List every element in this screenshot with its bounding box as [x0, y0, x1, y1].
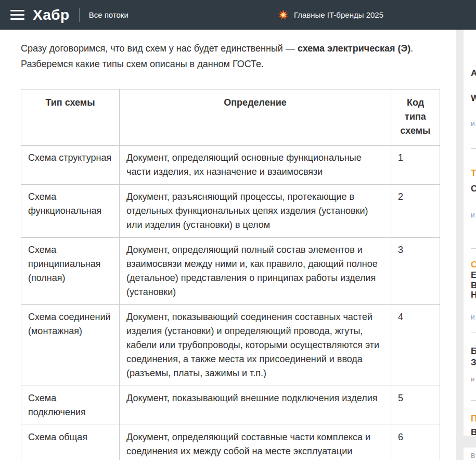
- sidebar-text-fragment: В: [471, 427, 476, 436]
- sidebar-text-fragment: и: [471, 119, 475, 127]
- sidebar-text-fragment: Н: [471, 290, 476, 300]
- cell-definition: Документ, определяющий полный состав эле…: [120, 238, 391, 305]
- table-row: Схема общая Документ, определяющий соста…: [21, 425, 440, 460]
- nav-all-streams-link[interactable]: Все потоки: [89, 10, 128, 19]
- sidebar-text-fragment: Б: [471, 346, 476, 356]
- cell-code: 6: [391, 425, 440, 460]
- cell-definition: Документ, определяющий основные функцион…: [120, 146, 391, 185]
- col-header-definition: Определение: [120, 90, 391, 146]
- cell-type: Схема принципиальная (полная): [21, 238, 120, 305]
- col-header-type: Тип схемы: [21, 90, 120, 146]
- starburst-icon: [278, 9, 289, 20]
- intro-text-after: .: [410, 43, 413, 54]
- right-sidebar-card-bottom: В: [464, 448, 476, 460]
- habr-logo[interactable]: Хабр: [33, 7, 70, 23]
- sidebar-text-fragment: [471, 248, 476, 249]
- sidebar-text-fragment: О: [471, 260, 476, 270]
- sidebar-text-fragment: [471, 148, 476, 149]
- cell-definition: Документ, показывающий соединения состав…: [120, 305, 391, 386]
- cell-code: 4: [391, 305, 440, 386]
- cell-type: Схема общая: [21, 425, 120, 460]
- cell-definition: Документ, разъясняющий процессы, протека…: [120, 185, 391, 238]
- nav-divider: [79, 8, 80, 22]
- sidebar-text-fragment: и: [471, 313, 475, 321]
- table-row: Схема соединений (монтажная) Документ, п…: [21, 305, 440, 386]
- sidebar-text-fragment: Е: [471, 270, 476, 280]
- cell-code: 5: [391, 386, 440, 425]
- sidebar-text-fragment: В: [471, 452, 475, 459]
- right-sidebar-card: АWиТСиОЕВНиБЗиПВ: [464, 30, 476, 436]
- sidebar-text-fragment: А: [471, 68, 476, 79]
- sidebar-text-fragment: Т: [471, 168, 476, 178]
- sidebar-text-fragment: и: [471, 375, 474, 383]
- intro-bold-term: схема электрическая (Э): [298, 43, 410, 54]
- sidebar-text-fragment: С: [471, 184, 476, 194]
- hamburger-menu-icon[interactable]: [10, 10, 24, 20]
- article-content-card: Сразу договоримся, что вид схем у нас бу…: [0, 30, 456, 460]
- cell-definition: Документ, показывающий внешние подключен…: [120, 386, 391, 425]
- table-row: Схема подключения Документ, показывающий…: [21, 386, 440, 425]
- cell-code: 2: [391, 185, 440, 238]
- cell-type: Схема структурная: [21, 146, 120, 185]
- cell-code: 1: [391, 146, 440, 185]
- table-row: Схема принципиальная (полная) Документ, …: [21, 238, 440, 305]
- cell-type: Схема подключения: [21, 386, 120, 425]
- cell-type: Схема соединений (монтажная): [21, 305, 120, 386]
- sidebar-text-fragment: З: [471, 357, 476, 368]
- sidebar-text-fragment: В: [471, 280, 476, 291]
- schema-types-table: Тип схемы Определение Код типа схемы Схе…: [21, 89, 440, 460]
- cell-definition: Документ, определяющий составные части к…: [120, 425, 391, 460]
- sidebar-text-fragment: и: [471, 211, 475, 219]
- sidebar-text-fragment: W: [471, 93, 476, 104]
- table-row: Схема функциональная Документ, разъясняю…: [21, 185, 440, 238]
- intro-paragraph: Сразу договоримся, что вид схем у нас бу…: [21, 41, 440, 72]
- promo-banner-link[interactable]: Главные IT-бренды 2025: [278, 9, 383, 20]
- top-navigation-bar: Хабр Все потоки Главные IT-бренды 2025: [0, 0, 476, 30]
- intro-line2: Разберемся какие типы схем описаны в дан…: [21, 59, 264, 69]
- cell-code: 3: [391, 238, 440, 305]
- sidebar-text-fragment: [471, 400, 476, 401]
- col-header-code: Код типа схемы: [391, 90, 440, 146]
- sidebar-text-fragment: [471, 333, 476, 333]
- table-header-row: Тип схемы Определение Код типа схемы: [21, 90, 440, 146]
- intro-text-before: Сразу договоримся, что вид схем у нас бу…: [21, 43, 298, 54]
- table-row: Схема структурная Документ, определяющий…: [21, 146, 440, 185]
- sidebar-text-fragment: П: [471, 414, 476, 424]
- cell-type: Схема функциональная: [21, 185, 120, 238]
- promo-banner-label: Главные IT-бренды 2025: [294, 10, 383, 19]
